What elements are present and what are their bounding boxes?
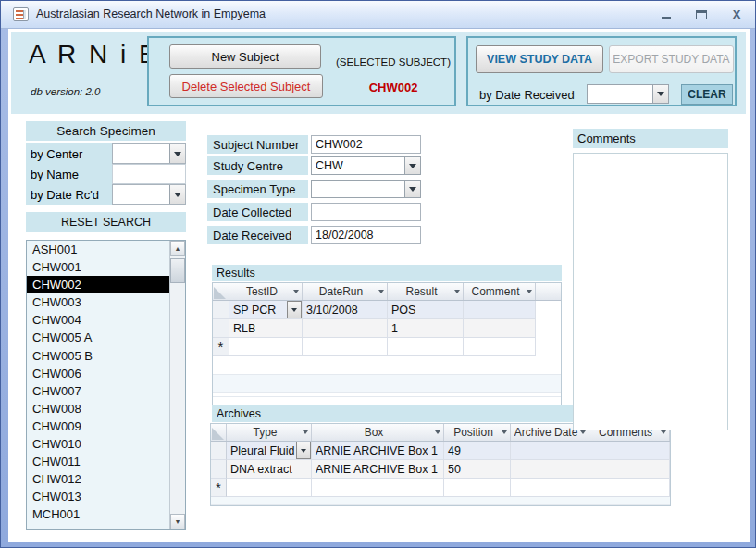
scroll-up-button[interactable]: ▲ [170, 241, 185, 256]
subject-list-item[interactable]: MCH001 [27, 505, 169, 523]
column-header-daterun[interactable]: DateRun [303, 283, 388, 300]
subject-list-item[interactable]: CHW004 [27, 311, 169, 329]
subject-list-item[interactable]: CHW006 [27, 365, 169, 382]
column-header-position[interactable]: Position [444, 424, 511, 441]
combo-dropdown-button[interactable] [404, 157, 420, 174]
reset-search-button[interactable]: RESET SEARCH [26, 212, 186, 232]
cell-combo-dropdown-button[interactable] [296, 442, 311, 459]
cell-combo-dropdown-button[interactable] [287, 301, 302, 318]
cell[interactable] [589, 479, 670, 497]
results-table[interactable]: TestIDDateRunResultCommentSP PCR3/10/200… [212, 282, 562, 414]
combo-dropdown-button[interactable] [404, 181, 420, 197]
archives-table[interactable]: TypeBoxPositionArchive DateCommentsPleur… [210, 423, 671, 506]
cell[interactable] [227, 479, 312, 497]
subject-list-item[interactable]: MCH002 [27, 524, 169, 531]
cell[interactable]: Pleural Fluid [227, 442, 312, 460]
subject-number-input[interactable] [311, 135, 421, 154]
subject-list-scrollbar[interactable]: ▲ ▼ [169, 241, 185, 529]
subject-list-item[interactable]: ASH001 [27, 241, 169, 258]
combo-dropdown-button[interactable] [169, 144, 185, 163]
cell[interactable] [589, 460, 670, 479]
cell[interactable] [511, 479, 589, 497]
column-header-comment[interactable]: Comment [464, 283, 536, 300]
close-button[interactable]: X [729, 7, 744, 22]
subject-list-item[interactable]: CHW005 A [27, 329, 169, 346]
cell[interactable]: 3/10/2008 [303, 301, 388, 319]
date-received-filter-combo[interactable] [587, 84, 669, 104]
new-subject-button[interactable]: New Subject [169, 44, 321, 68]
row-selector[interactable] [213, 301, 229, 319]
table-row[interactable]: RLB1 [213, 319, 561, 338]
cell[interactable] [444, 479, 511, 497]
chevron-down-icon [301, 449, 306, 455]
column-header-box[interactable]: Box [312, 424, 444, 441]
cell[interactable] [303, 338, 388, 356]
table-row[interactable]: * [211, 479, 670, 497]
row-selector[interactable] [213, 319, 229, 338]
cell[interactable]: 1 [388, 319, 464, 338]
new-record-selector[interactable]: * [213, 338, 229, 356]
cell[interactable]: POS [388, 301, 464, 319]
cell[interactable]: RLB [229, 319, 303, 338]
cell[interactable] [312, 479, 444, 497]
column-header-result[interactable]: Result [388, 283, 464, 300]
cell[interactable] [303, 319, 388, 338]
subject-list-item[interactable]: CHW003 [27, 293, 169, 311]
subject-list-item[interactable]: CHW009 [27, 417, 169, 435]
cell[interactable] [388, 338, 464, 356]
subject-list-item[interactable]: CHW012 [27, 470, 169, 488]
cell[interactable]: 50 [444, 460, 511, 479]
delete-subject-button[interactable]: Delete Selected Subject [169, 74, 323, 98]
subject-list-item[interactable]: CHW007 [27, 382, 169, 400]
table-row[interactable]: * [213, 338, 561, 356]
cell[interactable] [464, 301, 536, 319]
select-all-corner[interactable] [211, 424, 227, 441]
clear-filter-button[interactable]: CLEAR [681, 84, 733, 105]
subject-list-item[interactable]: CHW013 [27, 488, 169, 505]
comments-textarea[interactable] [573, 153, 728, 430]
table-row[interactable]: DNA extractARNIE ARCHIVE Box 150 [211, 460, 670, 479]
subject-list[interactable]: ASH001CHW001CHW002CHW003CHW004CHW005 ACH… [26, 240, 186, 530]
subject-list-item[interactable]: CHW002 [27, 276, 169, 293]
view-study-data-button[interactable]: VIEW STUDY DATA [476, 45, 603, 73]
column-header-type[interactable]: Type [227, 424, 312, 441]
cell[interactable]: SP PCR [229, 301, 303, 319]
by-center-combo[interactable] [112, 143, 186, 164]
cell[interactable]: DNA extract [227, 460, 312, 479]
select-all-corner[interactable] [213, 283, 229, 300]
title-bar[interactable]: Australasian Research Network in Empyema… [1, 1, 756, 29]
combo-dropdown-button[interactable] [169, 185, 185, 204]
row-selector[interactable] [211, 442, 227, 460]
study-centre-combo[interactable]: CHW [311, 156, 421, 175]
subject-list-item[interactable]: CHW005 B [27, 347, 169, 365]
cell[interactable]: ARNIE ARCHIVE Box 1 [312, 460, 444, 479]
subject-list-item[interactable]: CHW010 [27, 435, 169, 453]
subject-list-item[interactable]: CHW001 [27, 258, 169, 276]
by-date-rcd-combo[interactable] [112, 184, 186, 205]
scrollbar-thumb[interactable] [170, 258, 185, 283]
cell[interactable] [464, 319, 536, 338]
table-row[interactable]: SP PCR3/10/2008POS [213, 301, 561, 319]
cell[interactable] [589, 442, 670, 460]
scroll-down-button[interactable]: ▼ [170, 514, 185, 529]
cell[interactable]: ARNIE ARCHIVE Box 1 [312, 442, 444, 460]
new-record-selector[interactable]: * [211, 479, 227, 497]
column-header-testid[interactable]: TestID [229, 283, 303, 300]
subject-list-item[interactable]: CHW011 [27, 453, 169, 470]
row-selector[interactable] [211, 460, 227, 479]
combo-dropdown-button[interactable] [652, 85, 668, 103]
by-name-input[interactable] [112, 164, 186, 184]
cell[interactable] [511, 460, 589, 479]
subject-actions-group: New Subject Delete Selected Subject (SEL… [147, 36, 456, 106]
date-collected-input[interactable] [311, 203, 421, 221]
cell[interactable] [229, 338, 303, 356]
cell[interactable] [511, 442, 589, 460]
cell[interactable]: 49 [444, 442, 511, 460]
minimize-button[interactable] [659, 7, 674, 22]
subject-list-item[interactable]: CHW008 [27, 400, 169, 417]
table-row[interactable]: Pleural FluidARNIE ARCHIVE Box 149 [211, 442, 670, 460]
maximize-button[interactable] [694, 7, 709, 22]
cell[interactable] [464, 338, 536, 356]
date-received-input[interactable] [311, 226, 421, 244]
specimen-type-combo[interactable] [311, 180, 421, 198]
